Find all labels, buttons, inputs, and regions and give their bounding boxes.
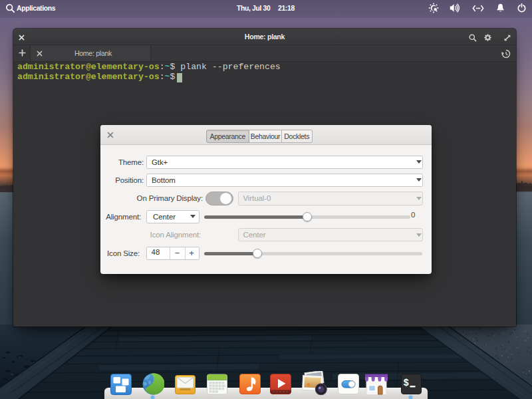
svg-text:$: $ (403, 378, 408, 388)
